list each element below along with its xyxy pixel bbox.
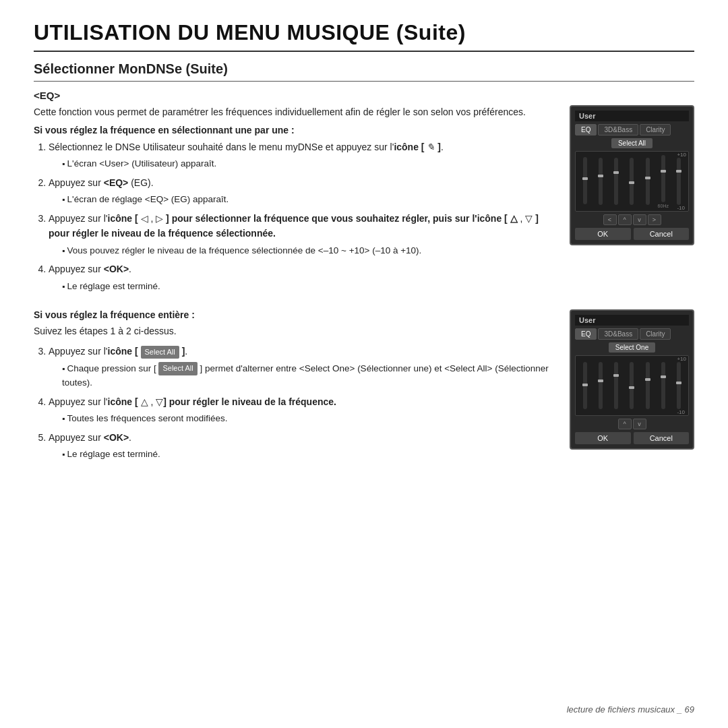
intro-text: Cette fonction vous permet de paramétrer… — [34, 105, 556, 119]
bottom-step-5-text: Appuyez sur <OK>. — [49, 432, 131, 443]
step-4: Appuyez sur <OK>. Le réglage est terminé… — [49, 262, 556, 293]
slider-track-3 — [614, 158, 618, 205]
panel-1-tabs: EQ 3D&Bass Clarity — [575, 124, 689, 135]
slider-p2-4[interactable] — [625, 359, 638, 413]
slider-p2-5[interactable] — [641, 359, 655, 413]
step-1-bullet: L'écran <User> (Utilisateur) apparaît. — [62, 156, 556, 171]
step-2-bullets: L'écran de réglage <EQ> (EG) apparaît. — [49, 192, 556, 207]
step-3-bullets: Vous pouvez régler le niveau de la fréqu… — [49, 243, 556, 258]
main-title: UTILISATION DU MENU MUSIQUE (Suite) — [34, 20, 694, 45]
bottom-step-3-text: Appuyez sur l'icône [ Select All ]. — [49, 346, 187, 357]
bottom-step-3-bullets: Chaque pression sur [ Select All ] perme… — [49, 361, 556, 390]
bottom-step-4-bullet: Toutes les fréquences seront modifiées. — [62, 411, 556, 426]
section-title: Sélectionner MonDNSe (Suite) — [34, 61, 694, 77]
panel-1-tab-eq[interactable]: EQ — [575, 124, 597, 135]
step-3: Appuyez sur l'icône [ ◁ , ▷ ] pour sélec… — [49, 211, 556, 257]
ui-panel-1: User EQ 3D&Bass Clarity Select All +10 0… — [570, 105, 694, 245]
panel-2-tab-3dbass[interactable]: 3D&Bass — [598, 328, 638, 340]
slider-track-2 — [599, 158, 603, 205]
left-text-area: Cette fonction vous permet de paramétrer… — [34, 105, 556, 297]
footer-text: lecture de fichiers musicaux _ 69 — [567, 704, 694, 715]
slider-thumb-3 — [613, 171, 619, 174]
slider-thumb-p2-7 — [676, 382, 681, 384]
step-4-bullet: Le réglage est terminé. — [62, 279, 556, 294]
slider-thumb-6 — [661, 170, 666, 173]
section2-text: Suivez les étapes 1 à 2 ci-dessus. — [34, 324, 556, 338]
nav-btn-right-1[interactable]: > — [648, 214, 661, 225]
step-4-bullets: Le réglage est terminé. — [49, 279, 556, 294]
steps-list-top: Sélectionnez le DNSe Utilisateur souhait… — [34, 140, 556, 293]
slider-thumb-4 — [629, 181, 634, 184]
nav-btn-up-1[interactable]: ^ — [618, 214, 632, 225]
bottom-step-5-bullets: Le réglage est terminé. — [49, 447, 556, 462]
nav-btn-down-1[interactable]: v — [633, 214, 646, 225]
slider-thumb-p2-5 — [645, 378, 650, 381]
slider-thumb-p2-6 — [661, 375, 666, 378]
slider-p2-3[interactable] — [609, 359, 623, 413]
slider-thumb-7 — [676, 170, 681, 173]
step-4-text: Appuyez sur <OK>. — [49, 264, 131, 274]
step-1-text: Sélectionnez le DNSe Utilisateur souhait… — [49, 142, 444, 152]
slider-2[interactable] — [594, 154, 607, 208]
panel-2-tab-eq[interactable]: EQ — [575, 328, 597, 340]
bold-instruction: Si vous réglez la fréquence en sélection… — [34, 125, 556, 135]
step-3-text: Appuyez sur l'icône [ ◁ , ▷ ] pour sélec… — [49, 213, 518, 224]
bottom-step-3-bullet: Chaque pression sur [ Select All ] perme… — [62, 361, 556, 390]
panel-2-ok-btn[interactable]: OK — [575, 432, 631, 444]
slider-thumb-p2-4 — [629, 386, 634, 389]
slider-thumb-p2-1 — [582, 384, 588, 386]
slider-p2-1[interactable] — [578, 359, 592, 413]
panel-2-select-one-btn[interactable]: Select One — [609, 342, 655, 353]
panel-1-cancel-btn[interactable]: Cancel — [634, 228, 690, 240]
slider-3[interactable] — [609, 154, 623, 208]
step-3-bullet: Vous pouvez régler le niveau de la fréqu… — [62, 243, 556, 258]
nav-btn-up-2[interactable]: ^ — [618, 419, 632, 429]
title-divider — [34, 51, 694, 52]
slider-1[interactable] — [578, 154, 592, 208]
freq-label-60hz-1: 60Hz — [658, 204, 669, 208]
select-all-inline-btn[interactable]: Select All — [141, 346, 179, 359]
nav-btn-down-2[interactable]: v — [633, 419, 646, 429]
panel-1-eq-sliders: +10 0 -10 — [575, 151, 689, 212]
panel-2-title: User — [575, 315, 689, 326]
slider-p2-2[interactable] — [594, 359, 607, 413]
slider-p2-7[interactable] — [672, 359, 686, 413]
slider-track-5 — [646, 158, 650, 205]
nav-btn-left-1[interactable]: < — [603, 214, 617, 225]
slider-track-4 — [630, 158, 634, 205]
step-2-text: Appuyez sur <EQ> (EG). — [49, 177, 154, 188]
panel-1-ok-cancel: OK Cancel — [575, 228, 689, 240]
page: UTILISATION DU MENU MUSIQUE (Suite) Séle… — [0, 0, 728, 728]
panel-1-container: User EQ 3D&Bass Clarity Select All +10 0… — [570, 105, 694, 245]
ui-panel-2: User EQ 3D&Bass Clarity Select One +10 0… — [570, 309, 694, 450]
panel-2-nav-row: ^ v — [575, 419, 689, 429]
panel-1-tab-clarity[interactable]: Clarity — [640, 124, 671, 135]
bottom-step-4-text: Appuyez sur l'icône [ △ , ▽] pour régler… — [49, 396, 336, 407]
panel-1-select-all-btn[interactable]: Select All — [611, 138, 653, 148]
slider-track-7 — [677, 158, 681, 205]
slider-thumb-1 — [582, 177, 588, 180]
panel-2-tabs: EQ 3D&Bass Clarity — [575, 328, 689, 340]
panel-2-cancel-btn[interactable]: Cancel — [634, 432, 690, 444]
bottom-step-4-bullets: Toutes les fréquences seront modifiées. — [49, 411, 556, 426]
select-all-inline-btn2[interactable]: Select All — [158, 362, 197, 375]
panel-1-tab-3dbass[interactable]: 3D&Bass — [598, 124, 638, 135]
slider-p2-6[interactable] — [657, 359, 670, 413]
step-1-bullets: L'écran <User> (Utilisateur) apparaît. — [49, 156, 556, 171]
section-divider — [34, 81, 694, 82]
slider-6[interactable]: 60Hz — [657, 154, 670, 208]
slider-track-6 — [661, 155, 665, 202]
bottom-content-area: Si vous réglez la fréquence entière : Su… — [34, 303, 694, 466]
slider-thumb-5 — [645, 177, 650, 179]
slider-4[interactable] — [625, 154, 638, 208]
panel-1-ok-btn[interactable]: OK — [575, 228, 631, 240]
bottom-step-5-bullet: Le réglage est terminé. — [62, 447, 556, 462]
slider-thumb-p2-2 — [598, 380, 603, 382]
panel-2-eq-sliders: +10 0 -10 — [575, 355, 689, 416]
slider-5[interactable] — [641, 154, 655, 208]
slider-track-1 — [583, 157, 587, 204]
step-1: Sélectionnez le DNSe Utilisateur souhait… — [49, 140, 556, 171]
panel-1-nav-row: < ^ v > — [575, 214, 689, 225]
slider-7[interactable] — [672, 154, 686, 208]
panel-2-tab-clarity[interactable]: Clarity — [640, 328, 671, 340]
